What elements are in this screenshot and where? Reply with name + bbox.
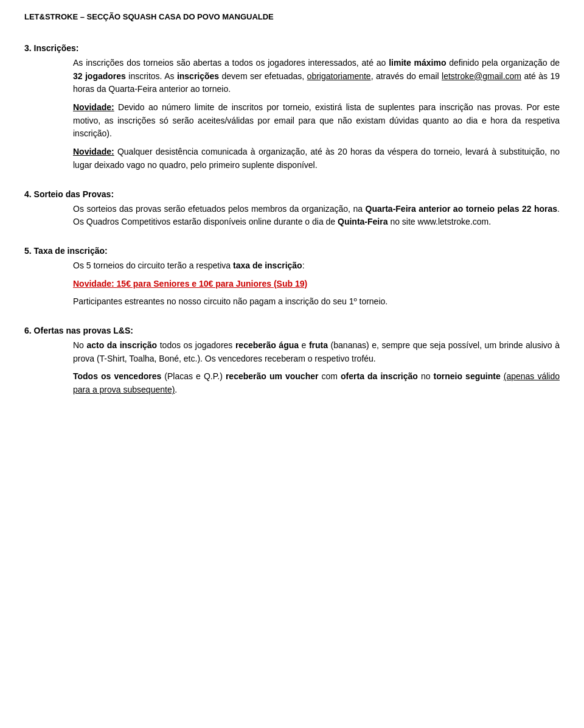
section-5-para2: Novidade: 15€ para Seniores e 10€ para J… [73, 278, 560, 291]
section-6-para2: Todos os vencedores (Placas e Q.P.) rece… [73, 370, 560, 396]
section-4-number: 4. [24, 189, 34, 199]
section-4-para1: Os sorteios das provas serão efetuados p… [73, 203, 560, 229]
section-3-para1: As inscrições dos torneios são abertas a… [73, 57, 560, 96]
section-4: 4. Sorteio das Provas: Os sorteios das p… [24, 189, 560, 229]
section-3-para2: Novidade: Devido ao número limite de ins… [73, 101, 560, 141]
section-5-number: 5. [24, 246, 34, 256]
section-5-para1: Os 5 torneios do circuito terão a respet… [73, 259, 560, 273]
section-6: 6. Ofertas nas provas L&S: No acto da in… [24, 326, 560, 397]
section-4-content: Os sorteios das provas serão efetuados p… [73, 203, 560, 229]
section-6-para1: No acto da inscrição todos os jogadores … [73, 339, 560, 365]
section-6-title: 6. Ofertas nas provas L&S: [24, 326, 560, 335]
section-3-number: 3. [24, 43, 34, 53]
section-3: 3. Inscrições: As inscrições dos torneio… [24, 43, 560, 172]
section-5: 5. Taxa de inscrição: Os 5 torneios do c… [24, 246, 560, 309]
section-3-content: As inscrições dos torneios são abertas a… [73, 57, 560, 172]
page-header: LET&STROKE – SECÇÃO SQUASH CASA DO POVO … [24, 12, 560, 26]
section-4-title: 4. Sorteio das Provas: [24, 189, 560, 199]
section-5-content: Os 5 torneios do circuito terão a respet… [73, 259, 560, 309]
section-3-title: 3. Inscrições: [24, 43, 560, 53]
section-6-content: No acto da inscrição todos os jogadores … [73, 339, 560, 397]
section-6-number: 6. [24, 326, 34, 335]
section-5-title: 5. Taxa de inscrição: [24, 246, 560, 256]
section-3-para3: Novidade: Qualquer desistência comunicad… [73, 145, 560, 172]
section-5-para3: Participantes estreantes no nosso circui… [73, 295, 560, 309]
